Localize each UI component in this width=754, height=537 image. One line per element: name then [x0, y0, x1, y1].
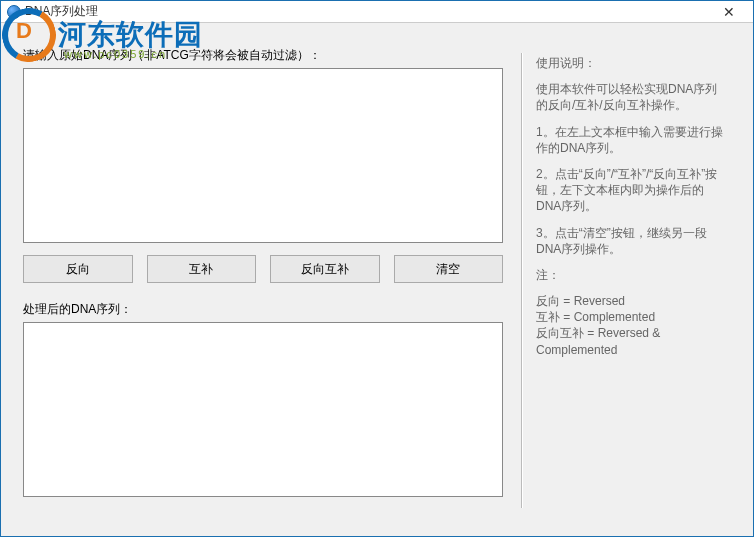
app-window: DNA序列处理 ✕ 请输入原始DNA序列（非ATCG字符将会被自动过滤）： 反向… — [0, 0, 754, 537]
instructions-p3: 2。点击“反向”/“互补”/“反向互补”按钮，左下文本框内即为操作后的DNA序列… — [536, 166, 729, 215]
input-textarea[interactable] — [23, 68, 503, 243]
input-label: 请输入原始DNA序列（非ATCG字符将会被自动过滤）： — [23, 47, 503, 64]
reverse-complement-button[interactable]: 反向互补 — [270, 255, 380, 283]
output-textarea[interactable] — [23, 322, 503, 497]
app-icon — [7, 5, 21, 19]
note-line-3: 反向互补 = Reversed & Complemented — [536, 325, 729, 357]
client-area: 请输入原始DNA序列（非ATCG字符将会被自动过滤）： 反向 互补 反向互补 清… — [1, 23, 753, 536]
instructions-p2: 1。在左上文本框中输入需要进行操作的DNA序列。 — [536, 124, 729, 156]
instructions-panel: 使用说明： 使用本软件可以轻松实现DNA序列的反向/互补/反向互补操作。 1。在… — [536, 33, 737, 520]
titlebar: DNA序列处理 ✕ — [1, 1, 753, 23]
reverse-button[interactable]: 反向 — [23, 255, 133, 283]
vertical-divider — [521, 53, 522, 508]
instructions-title: 使用说明： — [536, 55, 729, 71]
instructions-p4: 3。点击“清空”按钮，继续另一段DNA序列操作。 — [536, 225, 729, 257]
complement-button[interactable]: 互补 — [147, 255, 257, 283]
close-icon[interactable]: ✕ — [709, 1, 749, 23]
left-column: 请输入原始DNA序列（非ATCG字符将会被自动过滤）： 反向 互补 反向互补 清… — [23, 33, 503, 520]
button-row: 反向 互补 反向互补 清空 — [23, 255, 503, 283]
note-label: 注： — [536, 267, 729, 283]
note-line-2: 互补 = Complemented — [536, 309, 729, 325]
instructions-p1: 使用本软件可以轻松实现DNA序列的反向/互补/反向互补操作。 — [536, 81, 729, 113]
clear-button[interactable]: 清空 — [394, 255, 504, 283]
window-title: DNA序列处理 — [25, 3, 98, 20]
output-label: 处理后的DNA序列： — [23, 301, 503, 318]
note-line-1: 反向 = Reversed — [536, 293, 729, 309]
